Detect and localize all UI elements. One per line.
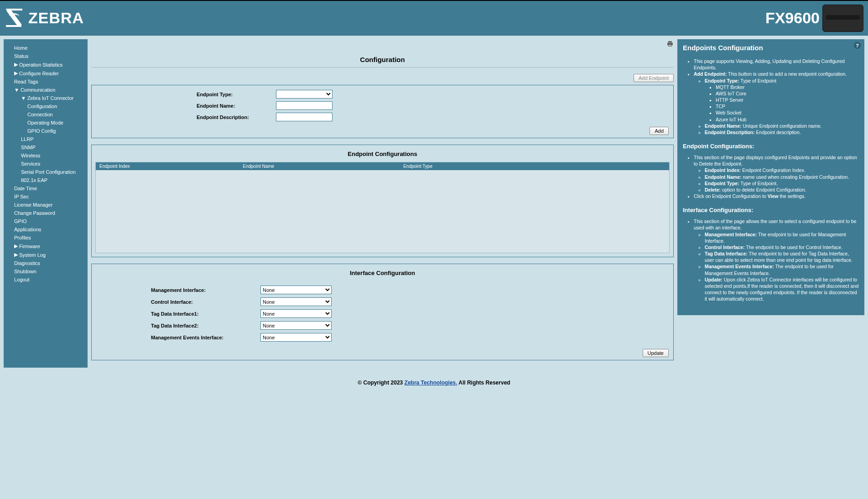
management-events-interface-select[interactable]: None [260, 333, 332, 342]
column-endpoint-type[interactable]: Endpoint Type [400, 162, 669, 170]
help-panel: ? Endpoints Configuration This page supp… [677, 39, 864, 315]
tag-data-interface2-select[interactable]: None [260, 321, 332, 330]
nav-gpio[interactable]: GPIO [8, 217, 86, 225]
product-block: FX9600 [765, 5, 863, 32]
nav-operating-mode[interactable]: Operating Mode [8, 119, 86, 127]
nav-applications[interactable]: Applications [8, 225, 86, 234]
help-text: Endpoint Type: Type of Endpoint MQTT Bro… [705, 78, 859, 123]
help-title: Endpoints Configuration [683, 44, 859, 52]
chevron-right-icon: ▶ [14, 62, 18, 68]
nav-communication[interactable]: ▼Communication [8, 86, 86, 94]
nav-firmware[interactable]: ▶Firmware [8, 242, 86, 250]
endpoint-type-label: Endpoint Type: [197, 92, 276, 97]
control-interface-select[interactable]: None [260, 297, 332, 306]
nav-zebra-iot-connector[interactable]: ▼Zebra IoT Connector [8, 94, 86, 102]
nav-logout[interactable]: Logout [8, 275, 86, 284]
page-title: Configuration [91, 56, 674, 63]
device-image [822, 5, 863, 32]
help-text: This page supports Viewing, Adding, Upda… [694, 58, 859, 71]
nav-llrp[interactable]: LLRP [8, 135, 86, 143]
nav-change-password[interactable]: Change Password [8, 209, 86, 217]
management-events-interface-label: Management Events Interface: [151, 335, 260, 340]
help-text: Endpoint Type: Type of Endpoint. [705, 180, 859, 187]
sidebar-nav: Home Status ▶Operation Statistics ▶Confi… [4, 39, 88, 368]
nav-gpio-config[interactable]: GPIO Config [8, 127, 86, 135]
endpoint-type-select[interactable] [276, 90, 333, 99]
nav-license-manager[interactable]: License Manager [8, 201, 86, 209]
endpoint-name-label: Endpoint Name: [197, 103, 276, 109]
tag-data-interface1-select[interactable]: None [260, 309, 332, 318]
nav-operation-statistics[interactable]: ▶Operation Statistics [8, 60, 86, 69]
footer: © Copyright 2023 Zebra Technologies. All… [0, 371, 868, 394]
chevron-right-icon: ▶ [14, 243, 18, 249]
chevron-right-icon: ▶ [14, 70, 18, 76]
help-text: Delete: option to delete Endpoint Config… [705, 187, 859, 193]
nav-serial-port[interactable]: Serial Port Configuration [8, 168, 86, 176]
endpoint-configurations-grid: Endpoint Index Endpoint Name Endpoint Ty… [95, 162, 670, 253]
chevron-down-icon: ▼ [14, 87, 19, 93]
nav-system-log[interactable]: ▶System Log [8, 250, 86, 259]
endpoint-description-input[interactable] [276, 113, 333, 121]
help-text: AWS IoT Core [716, 90, 859, 97]
interface-configuration-title: Interface Configuration [92, 270, 673, 276]
add-button[interactable]: Add [650, 127, 669, 135]
nav-diagnostics[interactable]: Diagnostics [8, 259, 86, 267]
help-subtitle: Interface Configurations: [683, 207, 859, 213]
nav-read-tags[interactable]: Read Tags [8, 78, 86, 86]
help-text: This section of the page displays config… [694, 154, 859, 167]
help-text: Endpoint Description: Endpoint descripti… [705, 129, 859, 135]
add-endpoint-button[interactable]: Add Endpoint [634, 74, 674, 82]
help-text: Update: Upon click Zebra IoT Connector i… [705, 276, 859, 302]
endpoint-configurations-panel: Endpoint Configurations Endpoint Index E… [91, 145, 674, 257]
update-button[interactable]: Update [643, 349, 669, 357]
nav-home[interactable]: Home [8, 44, 86, 52]
management-interface-label: Management Interface: [151, 287, 260, 293]
help-text: MQTT Broker [716, 84, 859, 90]
help-text: HTTP Server [716, 97, 859, 103]
endpoint-name-input[interactable] [276, 101, 333, 110]
column-endpoint-index[interactable]: Endpoint Index [96, 162, 239, 170]
tag-data-interface1-label: Tag Data Interface1: [151, 311, 260, 317]
nav-configuration[interactable]: Configuration [8, 102, 86, 110]
help-text: Azure IoT Hub [716, 116, 859, 123]
main-content: Configuration Add Endpoint Endpoint Type… [91, 39, 674, 367]
help-text: TCP [716, 103, 859, 109]
nav-profiles[interactable]: Profiles [8, 234, 86, 242]
endpoint-form-panel: Endpoint Type: Endpoint Name: Endpoint D… [91, 85, 674, 138]
column-endpoint-name[interactable]: Endpoint Name [239, 162, 400, 170]
nav-snmp[interactable]: SNMP [8, 143, 86, 151]
brand-logo: ZEBRA [3, 6, 84, 31]
interface-configuration-panel: Interface Configuration Management Inter… [91, 264, 674, 360]
help-text: This section of the page allows the user… [694, 218, 859, 231]
nav-date-time[interactable]: Date Time [8, 184, 86, 192]
help-text: Management Events Interface: The endpoin… [705, 263, 859, 276]
nav-configure-reader[interactable]: ▶Configure Reader [8, 69, 86, 78]
nav-wireless[interactable]: Wireless [8, 151, 86, 160]
nav-connection[interactable]: Connection [8, 110, 86, 119]
nav-8021x-eap[interactable]: 802.1x EAP [8, 176, 86, 184]
footer-link[interactable]: Zebra Technologies. [405, 379, 457, 386]
endpoint-description-label: Endpoint Description: [197, 114, 276, 120]
nav-shutdown[interactable]: Shutdown [8, 267, 86, 275]
chevron-right-icon: ▶ [14, 252, 18, 258]
product-name: FX9600 [765, 9, 820, 27]
management-interface-select[interactable]: None [260, 286, 332, 294]
help-text: Click on Endpoint Configuration to View … [694, 193, 859, 199]
nav-services[interactable]: Services [8, 160, 86, 168]
add-endpoint-bar: Add Endpoint [91, 74, 674, 85]
help-text: Tag Data Interface: The endpoint to be u… [705, 250, 859, 263]
help-text: Web Socket [716, 109, 859, 116]
help-text: Endpoint Name: Unique Endpoint configura… [705, 123, 859, 129]
zebra-icon [3, 6, 26, 31]
divider [91, 67, 674, 68]
help-text: Control Interface: The endpoint to be us… [705, 244, 859, 250]
tag-data-interface2-label: Tag Data Interface2: [151, 323, 260, 328]
control-interface-label: Control Interface: [151, 299, 260, 305]
brand-name: ZEBRA [28, 9, 84, 27]
print-icon[interactable] [666, 40, 674, 48]
help-subtitle: Endpoint Configurations: [683, 143, 859, 150]
help-icon[interactable]: ? [854, 42, 861, 49]
nav-ip-sec[interactable]: IP Sec [8, 192, 86, 201]
help-text: Endpoint Name: name used when creating E… [705, 174, 859, 180]
nav-status[interactable]: Status [8, 52, 86, 60]
